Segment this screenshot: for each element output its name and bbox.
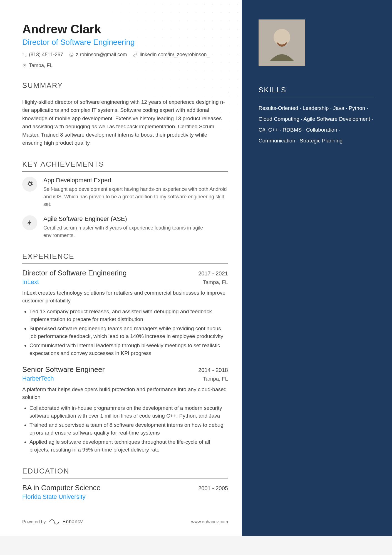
- location-text: Tampa, FL: [29, 63, 53, 68]
- experience-bullet: Communicated with internal leadership th…: [29, 342, 228, 357]
- pin-icon: [22, 63, 27, 68]
- phone-icon: [22, 53, 27, 57]
- avatar: [259, 19, 305, 66]
- person-name: Andrew Clark: [22, 22, 228, 36]
- education-heading: EDUCATION: [22, 467, 228, 478]
- school-name: Florida State University: [22, 493, 85, 500]
- gears-icon: [22, 177, 37, 192]
- achievements-list: App Development ExpertSelf-taught app de…: [22, 177, 228, 239]
- experience-bullet: Applied agile software development techn…: [29, 438, 228, 454]
- experience-desc: InLext creates technology solutions for …: [22, 289, 228, 305]
- experience-dates: 2017 - 2021: [198, 270, 228, 277]
- experience-company: InLext: [22, 278, 39, 286]
- achievements-section: KEY ACHIEVEMENTS App Development ExpertS…: [22, 160, 228, 239]
- experience-bullets: Collaborated with in-house programmers o…: [22, 404, 228, 454]
- contact-row: (813) 4511-267 z.robinson@gmail.com link…: [22, 52, 228, 68]
- experience-heading: EXPERIENCE: [22, 252, 228, 264]
- experience-location: Tampa, FL: [203, 279, 228, 285]
- svg-point-3: [274, 29, 290, 46]
- experience-company: HarberTech: [22, 375, 54, 382]
- experience-bullet: Trained and supervised a team of 8 softw…: [29, 421, 228, 437]
- experience-role: Senior Software Engineer: [22, 365, 105, 374]
- skills-heading: SKILLS: [259, 86, 375, 97]
- education-section: EDUCATION BA in Computer Science 2001 - …: [22, 467, 228, 500]
- link-icon: [133, 53, 137, 57]
- skills-list: Results-Oriented · Leadership · Java · P…: [259, 103, 375, 146]
- svg-point-0: [71, 54, 72, 55]
- achievement-body: App Development ExpertSelf-taught app de…: [43, 177, 228, 208]
- email-item: z.robinson@gmail.com: [69, 52, 127, 58]
- experience-section: EXPERIENCE Director of Software Engineer…: [22, 252, 228, 454]
- header-block: Andrew Clark Director of Software Engine…: [22, 22, 228, 68]
- email-text: z.robinson@gmail.com: [76, 52, 127, 58]
- avatar-placeholder-icon: [259, 19, 305, 66]
- experience-list: Director of Software Engineering2017 - 2…: [22, 269, 228, 454]
- experience-block: Director of Software Engineering2017 - 2…: [22, 269, 228, 357]
- sidebar-column: SKILLS Results-Oriented · Leadership · J…: [242, 0, 392, 536]
- achievement-body: Agile Software Engineer (ASE)Certified s…: [43, 215, 228, 239]
- linkedin-text: linkedin.com/in/_zoeyrobinson_: [140, 52, 209, 58]
- summary-text: Highly-skilled director of software engi…: [22, 98, 228, 147]
- main-column: Andrew Clark Director of Software Engine…: [0, 0, 242, 536]
- summary-heading: SUMMARY: [22, 81, 228, 93]
- experience-bullet: Supervised software engineering teams an…: [29, 325, 228, 341]
- summary-section: SUMMARY Highly-skilled director of softw…: [22, 81, 228, 147]
- achievements-heading: KEY ACHIEVEMENTS: [22, 160, 228, 172]
- education-block: BA in Computer Science 2001 - 2005 Flori…: [22, 484, 228, 500]
- achievement-title: Agile Software Engineer (ASE): [43, 215, 228, 223]
- degree-name: BA in Computer Science: [22, 484, 101, 492]
- bolt-icon: [22, 215, 37, 230]
- experience-bullet: Led 13 company product releases, and ass…: [29, 308, 228, 324]
- experience-desc: A platform that helps developers build p…: [22, 386, 228, 401]
- footer: Powered by Enhancv www.enhancv.com: [22, 519, 228, 525]
- powered-by-text: Powered by: [22, 519, 46, 524]
- achievement-desc: Self-taught app development expert havin…: [43, 186, 228, 208]
- achievement-title: App Development Expert: [43, 177, 228, 184]
- experience-block: Senior Software Engineer2014 - 2018Harbe…: [22, 365, 228, 454]
- linkedin-item: linkedin.com/in/_zoeyrobinson_: [133, 52, 209, 58]
- experience-dates: 2014 - 2018: [198, 367, 228, 373]
- phone-item: (813) 4511-267: [22, 52, 63, 58]
- svg-point-1: [24, 65, 25, 65]
- resume-page: Andrew Clark Director of Software Engine…: [0, 0, 392, 536]
- location-item: Tampa, FL: [22, 63, 53, 68]
- enhancv-logo-icon: [49, 519, 59, 525]
- achievement-desc: Certified scrum master with 8 years of e…: [43, 224, 228, 239]
- experience-bullets: Led 13 company product releases, and ass…: [22, 308, 228, 357]
- at-icon: [69, 53, 74, 57]
- footer-brand: Powered by Enhancv: [22, 519, 83, 525]
- degree-dates: 2001 - 2005: [198, 485, 228, 492]
- job-title: Director of Software Engineering: [22, 38, 228, 47]
- phone-text: (813) 4511-267: [29, 52, 63, 58]
- achievement-row: App Development ExpertSelf-taught app de…: [22, 177, 228, 208]
- achievement-row: Agile Software Engineer (ASE)Certified s…: [22, 215, 228, 239]
- experience-role: Director of Software Engineering: [22, 269, 127, 277]
- brand-name: Enhancv: [63, 519, 83, 525]
- experience-location: Tampa, FL: [203, 376, 228, 382]
- footer-url: www.enhancv.com: [191, 519, 228, 524]
- experience-bullet: Collaborated with in-house programmers o…: [29, 404, 228, 420]
